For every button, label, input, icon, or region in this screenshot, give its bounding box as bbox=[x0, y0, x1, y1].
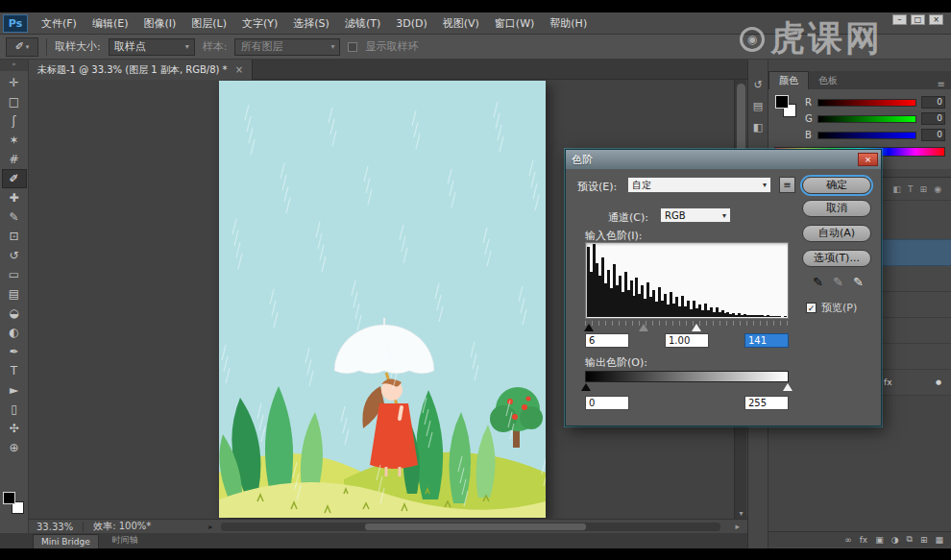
eyedropper-tool[interactable]: ✐ bbox=[2, 169, 27, 188]
history-brush-tool[interactable]: ↺ bbox=[2, 246, 27, 265]
layer-mask-icon[interactable]: ▣ bbox=[875, 535, 884, 545]
menu-item[interactable]: 选择(S) bbox=[285, 12, 337, 35]
green-slider[interactable] bbox=[817, 115, 916, 123]
maximize-button[interactable]: □ bbox=[911, 14, 925, 25]
scroll-right-icon[interactable]: ▸ bbox=[735, 522, 740, 531]
horizontal-scrollbar-thumb[interactable] bbox=[365, 523, 586, 530]
document-tab[interactable]: 未标题-1 @ 33.3% (图层 1 副本, RGB/8) * × bbox=[29, 60, 253, 80]
menu-item[interactable]: 3D(D) bbox=[388, 12, 435, 35]
history-panel-icon[interactable]: ↺ bbox=[753, 79, 762, 91]
output-white-slider[interactable] bbox=[783, 383, 792, 391]
layer-filter-icon[interactable]: ◧ bbox=[893, 184, 902, 194]
zoom-tool[interactable]: ⊕ bbox=[2, 438, 27, 457]
menu-item[interactable]: 编辑(E) bbox=[85, 12, 136, 35]
zoom-level[interactable]: 33.33% bbox=[37, 522, 73, 532]
output-black-slider[interactable] bbox=[581, 383, 591, 391]
type-tool[interactable]: T bbox=[2, 361, 27, 380]
shape-tool[interactable]: ▯ bbox=[2, 400, 27, 419]
menu-item[interactable]: 视图(V) bbox=[435, 12, 487, 35]
layer-pixel-filter-icon[interactable]: ⊞ bbox=[920, 184, 928, 194]
levels-dialog-titlebar[interactable]: 色阶 bbox=[566, 150, 881, 169]
output-black-field[interactable]: 0 bbox=[585, 396, 629, 410]
marquee-tool[interactable]: □ bbox=[2, 92, 27, 111]
clone-stamp-tool[interactable]: ⊡ bbox=[2, 227, 27, 246]
panel-menu-icon[interactable]: ≡ bbox=[938, 79, 945, 89]
sample-source-select[interactable]: 所有图层 ▾ bbox=[234, 38, 340, 56]
info-panel-icon[interactable]: ◧ bbox=[753, 121, 763, 134]
menu-item[interactable]: 文件(F) bbox=[34, 12, 85, 35]
black-point-eyedropper-icon[interactable]: ✎ bbox=[813, 275, 828, 290]
gradient-tool[interactable]: ▤ bbox=[2, 284, 27, 304]
crop-tool[interactable]: # bbox=[2, 150, 27, 169]
scroll-down-icon[interactable]: ▾ bbox=[735, 509, 747, 518]
white-point-eyedropper-icon[interactable]: ✎ bbox=[853, 275, 868, 290]
layer-group-icon[interactable]: ⧉ bbox=[907, 534, 913, 545]
ok-button[interactable]: 确定 bbox=[802, 177, 871, 194]
options-button[interactable]: 选项(T)... bbox=[802, 250, 871, 267]
healing-brush-tool[interactable]: ✚ bbox=[2, 188, 27, 207]
tab-color[interactable]: 颜色 bbox=[768, 71, 809, 89]
fx-visibility-icon[interactable]: ● bbox=[936, 378, 941, 386]
menu-item[interactable]: 文字(Y) bbox=[234, 12, 285, 35]
dialog-close-button[interactable]: × bbox=[858, 153, 878, 166]
hand-tool[interactable]: ✣ bbox=[2, 419, 27, 438]
input-white-slider[interactable] bbox=[692, 324, 701, 331]
move-tool[interactable]: ✛ bbox=[2, 73, 27, 92]
auto-button[interactable]: 自动(A) bbox=[802, 225, 871, 242]
blue-slider[interactable] bbox=[817, 132, 916, 139]
gray-point-eyedropper-icon[interactable]: ✎ bbox=[833, 275, 848, 290]
levels-histogram-bars[interactable] bbox=[585, 242, 789, 319]
document-image[interactable] bbox=[219, 81, 546, 518]
cancel-button[interactable]: 取消 bbox=[802, 200, 871, 217]
input-black-field[interactable]: 6 bbox=[585, 333, 629, 348]
output-white-field[interactable]: 255 bbox=[744, 396, 789, 410]
green-value[interactable]: 0 bbox=[921, 112, 945, 125]
status-menu-icon[interactable]: ▸ bbox=[208, 523, 212, 531]
foreground-color-swatch[interactable] bbox=[775, 95, 789, 109]
magic-wand-tool[interactable]: ✶ bbox=[2, 131, 27, 150]
adjustment-layer-icon[interactable]: ◑ bbox=[891, 535, 899, 545]
tab-swatches[interactable]: 色板 bbox=[809, 72, 847, 89]
channel-select[interactable]: RGB ▾ bbox=[660, 207, 731, 223]
menu-item[interactable]: 图像(I) bbox=[135, 12, 183, 35]
new-layer-icon[interactable]: ⊞ bbox=[920, 535, 928, 545]
horizontal-scrollbar[interactable] bbox=[221, 523, 720, 531]
close-button[interactable]: × bbox=[929, 14, 943, 25]
menu-item[interactable]: 窗口(W) bbox=[487, 12, 542, 35]
delete-layer-icon[interactable]: ▦ bbox=[935, 535, 943, 545]
input-black-slider[interactable] bbox=[584, 324, 594, 331]
levels-dialog[interactable]: 色阶 × 预设(E): 自定 ▾ ≡ 确定 取消 自动(A) 选项(T)... … bbox=[565, 149, 882, 426]
preset-options-icon[interactable]: ≡ bbox=[779, 177, 795, 193]
foreground-color-swatch[interactable] bbox=[3, 492, 15, 504]
tab-timeline[interactable]: 时间轴 bbox=[105, 532, 146, 548]
menu-item[interactable]: 滤镜(T) bbox=[337, 12, 388, 35]
brush-tool[interactable]: ✎ bbox=[2, 207, 27, 227]
blur-tool[interactable]: ◒ bbox=[2, 304, 27, 323]
layer-filter-toggle-icon[interactable]: ◉ bbox=[934, 184, 941, 194]
properties-panel-icon[interactable]: ▤ bbox=[753, 100, 763, 112]
path-selection-tool[interactable]: ► bbox=[2, 380, 27, 400]
red-slider[interactable] bbox=[817, 99, 916, 107]
output-gradient-bar[interactable] bbox=[585, 371, 789, 382]
close-document-icon[interactable]: × bbox=[235, 64, 243, 75]
tab-mini-bridge[interactable]: Mini Bridge bbox=[33, 534, 99, 548]
toolbar-collapse-icon[interactable]: » bbox=[0, 60, 28, 71]
current-tool-button[interactable]: ✐ ▾ bbox=[6, 37, 38, 57]
blue-value[interactable]: 0 bbox=[921, 129, 945, 141]
input-white-field[interactable]: 141 bbox=[744, 333, 789, 348]
show-sampling-ring-checkbox[interactable] bbox=[348, 42, 357, 52]
input-gamma-slider[interactable] bbox=[639, 324, 648, 331]
preview-checkbox[interactable]: ✓ bbox=[806, 303, 817, 313]
menu-item[interactable]: 帮助(H) bbox=[542, 12, 595, 35]
link-layers-icon[interactable]: ∞ bbox=[844, 535, 852, 545]
red-value[interactable]: 0 bbox=[921, 96, 945, 109]
menu-item[interactable]: 图层(L) bbox=[183, 12, 234, 35]
pen-tool[interactable]: ✒ bbox=[2, 342, 27, 361]
layer-style-icon[interactable]: fx bbox=[860, 535, 868, 545]
lasso-tool[interactable]: ʃ bbox=[2, 111, 27, 131]
input-gamma-field[interactable]: 1.00 bbox=[665, 333, 709, 348]
eraser-tool[interactable]: ▭ bbox=[2, 265, 27, 284]
layer-type-filter-icon[interactable]: T bbox=[908, 184, 914, 194]
minimize-button[interactable]: – bbox=[892, 14, 907, 25]
sample-size-select[interactable]: 取样点 ▾ bbox=[109, 38, 195, 56]
